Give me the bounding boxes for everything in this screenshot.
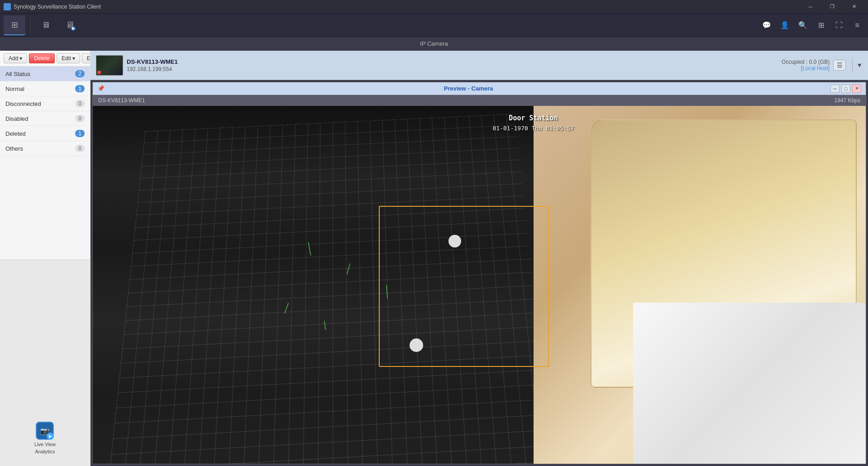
feed-location-label: Door Station: [509, 114, 558, 122]
preview-content[interactable]: Door Station 01-01-1970 Thu 01:05:57: [93, 106, 866, 464]
feed-right-section: [534, 106, 866, 464]
camera-host: [Local Host]: [782, 65, 830, 71]
preview-minimize-btn[interactable]: ─: [830, 85, 839, 93]
app-icon: [4, 3, 11, 10]
monitor-tab[interactable]: 🖥: [35, 15, 57, 35]
action-bar: Add ▾ Delete Edit ▾ Enable ▾ Configurati…: [0, 51, 90, 67]
preview-pin-btn[interactable]: 📌: [97, 85, 106, 92]
camera-status-dot: [97, 71, 101, 74]
content-area: Add ▾ Delete Edit ▾ Enable ▾ Configurati…: [0, 51, 868, 466]
search-icon-btn[interactable]: 🔍: [796, 18, 810, 33]
status-disconnected-count: 0: [75, 100, 85, 107]
camera-name: DS-KV8113-WME1: [127, 58, 178, 65]
status-deleted-label: Deleted: [5, 130, 75, 137]
toolbar-right: 💬 👤 🔍 ⊞ ⛶ ≡: [759, 18, 864, 33]
toolbar-separator: [30, 17, 30, 33]
grid-icon-btn[interactable]: ⊞: [814, 18, 828, 33]
status-normal-label: Normal: [5, 86, 75, 92]
status-normal[interactable]: Normal 1: [0, 81, 90, 96]
list-view-button[interactable]: ☰: [833, 60, 846, 71]
status-normal-count: 1: [75, 85, 85, 92]
preview-titlebar: 📌 Preview - Camera ─ □ ✕: [93, 82, 866, 95]
preview-title: Preview - Camera: [106, 85, 830, 92]
status-disabled-label: Disabled: [5, 115, 75, 122]
menu-icon-btn[interactable]: ≡: [850, 18, 864, 33]
expand-button[interactable]: ▼: [856, 62, 863, 69]
status-all[interactable]: All Status 2: [0, 67, 90, 81]
separator: [852, 58, 853, 72]
chat-icon-btn[interactable]: 💬: [759, 18, 774, 33]
secondary-bar: IP Camera: [0, 37, 868, 51]
camera-feed: Door Station 01-01-1970 Thu 01:05:57: [93, 106, 866, 464]
preview-camera-name: DS-KV8113-WME1: [98, 97, 145, 104]
restore-button[interactable]: ❐: [822, 0, 843, 14]
status-disconnected-label: Disconnected: [5, 100, 75, 107]
window-title: Synology Surveillance Station Client: [14, 4, 101, 10]
status-all-label: All Status: [5, 71, 75, 77]
camera-thumbnail: [96, 55, 123, 76]
camera-info: DS-KV8113-WME1 192.168.1.199:554: [127, 58, 178, 72]
user-icon-btn[interactable]: 👤: [777, 18, 792, 33]
preview-close-btn[interactable]: ✕: [852, 85, 861, 93]
camera-ip: 192.168.1.199:554: [127, 66, 178, 72]
bottom-apps: 📷 ▶ Live View Analytics: [0, 260, 90, 466]
title-bar-left: Synology Surveillance Station Client: [4, 3, 101, 10]
storage-label: Occupied : 0.0 (GB): [782, 59, 830, 65]
close-button[interactable]: ✕: [844, 0, 864, 14]
status-others[interactable]: Others 0: [0, 141, 90, 156]
feed-datetime-label: 01-01-1970 Thu 01:05:57: [493, 125, 574, 132]
preview-camera-bar: DS-KV8113-WME1 1947 Kbps: [93, 95, 866, 106]
main-content: DS-KV8113-WME1 192.168.1.199:554 Occupie…: [91, 51, 868, 466]
page-title: IP Camera: [420, 40, 448, 47]
live-view-label: Live View: [34, 442, 56, 447]
status-disabled[interactable]: Disabled 0: [0, 111, 90, 126]
delete-button[interactable]: Delete: [29, 53, 55, 63]
main-toolbar: ⊞ 🖥 🖥 ▶ 💬 👤 🔍 ⊞ ⛶ ≡: [0, 14, 868, 37]
fullscreen-icon-btn[interactable]: ⛶: [832, 18, 846, 33]
preview-restore-btn[interactable]: □: [841, 85, 850, 93]
status-all-count: 2: [75, 70, 85, 77]
camera-list-header: DS-KV8113-WME1 192.168.1.199:554 Occupie…: [91, 51, 868, 80]
feed-white-bottom: [633, 303, 866, 464]
add-button[interactable]: Add ▾: [4, 53, 27, 63]
live-view-analytics-item[interactable]: 📷 ▶ Live View Analytics: [32, 419, 58, 457]
status-list: All Status 2 Normal 1 Disconnected 0 Dis…: [0, 67, 90, 260]
window-controls: ─ ❐ ✕: [800, 0, 864, 14]
status-deleted-count: 1: [75, 130, 85, 137]
status-deleted[interactable]: Deleted 1: [0, 126, 90, 141]
status-others-count: 0: [75, 145, 85, 152]
status-others-label: Others: [5, 145, 75, 152]
recording-tab[interactable]: 🖥 ▶: [59, 15, 81, 35]
recording-icon: 🖥 ▶: [65, 20, 76, 31]
camera-storage-info: Occupied : 0.0 (GB) [Local Host]: [782, 59, 830, 71]
feed-left-section: [93, 106, 534, 464]
monitor-icon: 🖥: [40, 20, 51, 31]
ip-camera-icon: ⊞: [9, 19, 20, 30]
status-disconnected[interactable]: Disconnected 0: [0, 96, 90, 111]
left-sidebar: Add ▾ Delete Edit ▾ Enable ▾ Configurati…: [0, 51, 91, 466]
title-bar: Synology Surveillance Station Client ─ ❐…: [0, 0, 868, 14]
ip-camera-tab[interactable]: ⊞: [4, 15, 25, 35]
analytics-label: Analytics: [35, 449, 55, 454]
preview-window: 📌 Preview - Camera ─ □ ✕ DS-KV8113-WME1 …: [92, 82, 866, 464]
preview-bitrate: 1947 Kbps: [835, 97, 860, 104]
edit-button[interactable]: Edit ▾: [57, 53, 80, 63]
preview-window-controls: ─ □ ✕: [830, 85, 861, 93]
status-disabled-count: 0: [75, 115, 85, 122]
live-view-analytics-icon: 📷 ▶: [36, 422, 54, 440]
minimize-button[interactable]: ─: [800, 0, 821, 14]
